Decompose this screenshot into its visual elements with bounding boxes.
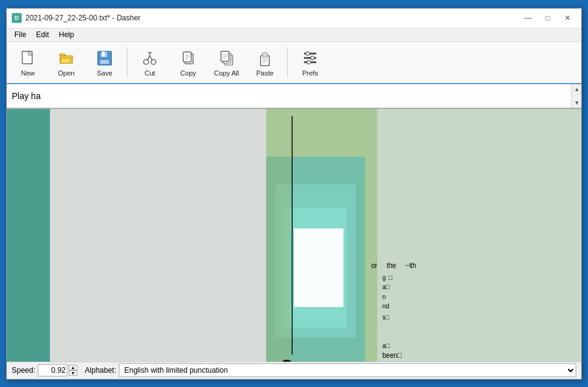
alphabet-select[interactable]: English with limited punctuation	[119, 363, 576, 377]
close-button[interactable]: ✕	[559, 11, 576, 25]
svg-rect-42	[266, 157, 291, 362]
svg-text:s□: s□	[383, 313, 390, 321]
prefs-button[interactable]: Prefs	[292, 44, 329, 81]
svg-text:g: g	[383, 273, 386, 281]
menu-edit[interactable]: Edit	[31, 29, 54, 40]
svg-rect-23	[262, 53, 267, 57]
scroll-up-arrow[interactable]: ▲	[572, 84, 582, 94]
status-bar: Speed: ▲ ▼ Alphabet: English with limite…	[7, 362, 581, 379]
svg-rect-41	[294, 228, 344, 307]
editor-scrollbar[interactable]: ▲ ▼	[571, 84, 581, 108]
svg-point-32	[307, 60, 311, 64]
svg-rect-37	[378, 109, 581, 362]
save-button[interactable]: Save	[86, 44, 123, 81]
svg-text:nd: nd	[383, 302, 389, 310]
paste-label: Paste	[256, 69, 274, 77]
svg-rect-35	[50, 109, 266, 362]
svg-text:l a y□: l a y□	[59, 358, 114, 362]
paste-button[interactable]: Paste	[246, 44, 283, 81]
svg-text:⊣th: ⊣th	[405, 261, 417, 269]
copy-all-icon	[217, 48, 236, 68]
svg-text:the: the	[387, 261, 396, 269]
minimize-button[interactable]: —	[519, 11, 537, 25]
copy-all-button[interactable]: Copy All	[208, 44, 245, 81]
main-window: D 2021-09-27_22-25-00.txt* - Dasher — □ …	[6, 8, 582, 380]
svg-text:n: n	[383, 292, 386, 300]
scroll-down-arrow[interactable]: ▼	[572, 98, 582, 108]
speed-arrows: ▲ ▼	[69, 365, 77, 376]
svg-rect-3	[102, 51, 105, 56]
new-button[interactable]: New	[9, 44, 46, 81]
svg-text:or: or	[371, 261, 378, 269]
svg-text:a□: a□	[383, 341, 390, 349]
alphabet-label: Alphabet:	[85, 366, 116, 375]
new-icon	[18, 48, 38, 68]
toolbar-sep-2	[287, 48, 288, 77]
svg-point-31	[311, 56, 314, 59]
svg-point-30	[306, 51, 309, 55]
svg-text:a□: a□	[383, 282, 390, 290]
paste-icon	[255, 48, 275, 68]
open-icon	[56, 48, 76, 68]
svg-text:been□: been□	[383, 352, 402, 360]
cut-label: Cut	[144, 69, 155, 77]
speed-down-arrow[interactable]: ▼	[69, 370, 77, 376]
text-editor[interactable]: Play ha ▲ ▼	[7, 84, 581, 109]
toolbar-sep-1	[127, 48, 128, 77]
window-title: 2021-09-27_22-25-00.txt* - Dasher	[25, 14, 141, 22]
cut-icon	[140, 48, 160, 68]
copy-label: Copy	[180, 69, 196, 77]
new-label: New	[21, 69, 35, 77]
editor-text: Play ha	[12, 91, 576, 101]
svg-line-8	[150, 56, 152, 61]
svg-rect-34	[7, 109, 50, 362]
save-label: Save	[97, 69, 112, 77]
svg-text:a: a	[280, 349, 295, 362]
open-button[interactable]: Open	[48, 44, 85, 81]
svg-rect-4	[100, 59, 110, 64]
copy-icon	[178, 48, 198, 68]
toolbar: New Open Save	[7, 42, 581, 84]
menu-help[interactable]: Help	[54, 29, 79, 40]
dasher-canvas[interactable]: l a y□ h a ve□ i or the ⊣th g □ a□ n nd …	[7, 109, 581, 362]
menu-bar: File Edit Help	[7, 28, 581, 42]
save-icon	[95, 48, 115, 68]
speed-label: Speed:	[12, 366, 35, 375]
window-controls: — □ ✕	[519, 11, 576, 25]
speed-input[interactable]	[38, 364, 67, 376]
dasher-visualization: l a y□ h a ve□ i or the ⊣th g □ a□ n nd …	[7, 109, 581, 362]
svg-text:□: □	[389, 273, 393, 281]
cut-button[interactable]: Cut	[131, 44, 168, 81]
maximize-button[interactable]: □	[539, 11, 556, 25]
title-bar-left: D 2021-09-27_22-25-00.txt* - Dasher	[12, 13, 141, 23]
speed-up-arrow[interactable]: ▲	[69, 365, 77, 370]
title-bar: D 2021-09-27_22-25-00.txt* - Dasher — □ …	[7, 9, 581, 28]
prefs-label: Prefs	[302, 69, 318, 77]
svg-line-7	[147, 56, 150, 61]
prefs-icon	[300, 48, 320, 68]
menu-file[interactable]: File	[9, 29, 31, 40]
copy-all-label: Copy All	[214, 69, 239, 77]
copy-button[interactable]: Copy	[170, 44, 207, 81]
app-icon: D	[12, 13, 22, 23]
open-label: Open	[58, 69, 75, 77]
